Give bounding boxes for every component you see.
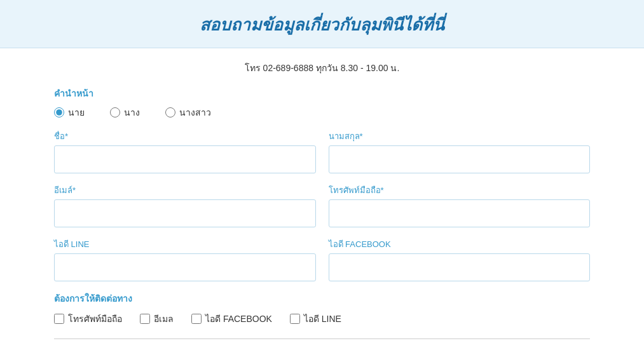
- radio-option-nai[interactable]: นาย: [54, 105, 85, 119]
- line-label: ไอดี LINE: [54, 238, 316, 251]
- checkbox-line-label: ไอดี LINE: [304, 312, 341, 326]
- phone-group: โทรศัพท์มือถือ*: [329, 184, 591, 227]
- checkbox-option-email[interactable]: อีเมล: [140, 312, 174, 326]
- facebook-input[interactable]: [329, 253, 591, 281]
- first-name-label: ชื่อ*: [54, 130, 316, 143]
- last-name-group: นามสกุล*: [329, 130, 591, 173]
- last-name-label: นามสกุล*: [329, 130, 591, 143]
- line-group: ไอดี LINE: [54, 238, 316, 281]
- checkbox-facebook-label: ไอดี FACEBOOK: [205, 312, 272, 326]
- contact-checkbox-group: โทรศัพท์มือถือ อีเมล ไอดี FACEBOOK ไอดี …: [54, 312, 590, 326]
- radio-nai-label: นาย: [68, 105, 85, 119]
- contact-label: ต้องการให้ติดต่อทาง: [54, 292, 590, 305]
- checkbox-line[interactable]: [290, 314, 300, 324]
- checkbox-phone-label: โทรศัพท์มือถือ: [68, 312, 122, 326]
- page-wrapper: สอบถามข้อมูลเกี่ยวกับลุมพินีได้ที่นี่ โท…: [0, 0, 644, 362]
- checkbox-phone[interactable]: [54, 314, 64, 324]
- header-banner: สอบถามข้อมูลเกี่ยวกับลุมพินีได้ที่นี่: [0, 0, 644, 48]
- line-input[interactable]: [54, 253, 316, 281]
- radio-nangsao-label: นางสาว: [179, 105, 211, 119]
- phone-info: โทร 02-689-6888 ทุกวัน 8.30 - 19.00 น.: [54, 61, 590, 75]
- email-label: อีเมล์*: [54, 184, 316, 197]
- first-name-input[interactable]: [54, 145, 316, 173]
- radio-option-nang[interactable]: นาง: [110, 105, 140, 119]
- checkbox-option-facebook[interactable]: ไอดี FACEBOOK: [191, 312, 272, 326]
- radio-nang-label: นาง: [124, 105, 140, 119]
- name-row: ชื่อ* นามสกุล*: [54, 130, 590, 173]
- radio-nang[interactable]: [110, 107, 120, 117]
- facebook-label: ไอดี FACEBOOK: [329, 238, 591, 251]
- radio-nai[interactable]: [54, 107, 64, 117]
- main-content: โทร 02-689-6888 ทุกวัน 8.30 - 19.00 น. ค…: [0, 48, 644, 358]
- checkbox-email-label: อีเมล: [154, 312, 174, 326]
- checkbox-email[interactable]: [140, 314, 150, 324]
- prefix-section: คำนำหน้า นาย นาง นางสาว: [54, 86, 590, 119]
- phone-label: โทรศัพท์มือถือ*: [329, 184, 591, 197]
- last-name-input[interactable]: [329, 145, 591, 173]
- email-group: อีเมล์*: [54, 184, 316, 227]
- radio-option-nangsao[interactable]: นางสาว: [165, 105, 211, 119]
- email-input[interactable]: [54, 199, 316, 227]
- phone-input[interactable]: [329, 199, 591, 227]
- radio-nangsao[interactable]: [165, 107, 175, 117]
- facebook-group: ไอดี FACEBOOK: [329, 238, 591, 281]
- checkbox-option-line[interactable]: ไอดี LINE: [290, 312, 341, 326]
- prefix-radio-group: นาย นาง นางสาว: [54, 105, 590, 119]
- checkbox-facebook[interactable]: [191, 314, 202, 324]
- first-name-group: ชื่อ*: [54, 130, 316, 173]
- contact-section: ต้องการให้ติดต่อทาง โทรศัพท์มือถือ อีเมล…: [54, 292, 590, 326]
- bottom-divider: [54, 339, 590, 339]
- prefix-label: คำนำหน้า: [54, 86, 590, 100]
- email-phone-row: อีเมล์* โทรศัพท์มือถือ*: [54, 184, 590, 227]
- page-title: สอบถามข้อมูลเกี่ยวกับลุมพินีได้ที่นี่: [13, 11, 631, 37]
- social-row: ไอดี LINE ไอดี FACEBOOK: [54, 238, 590, 281]
- checkbox-option-phone[interactable]: โทรศัพท์มือถือ: [54, 312, 122, 326]
